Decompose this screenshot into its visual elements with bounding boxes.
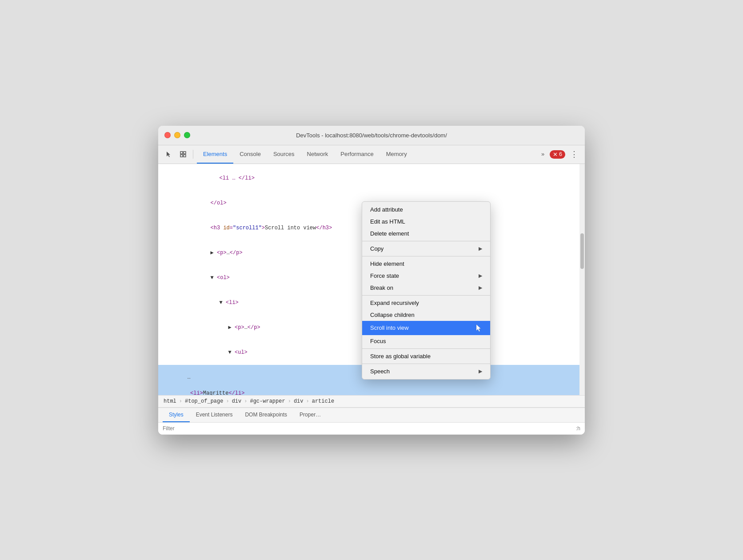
cursor-tool-icon[interactable] [163, 148, 175, 160]
menu-item-copy[interactable]: Copy ▶ [362, 243, 490, 255]
menu-item-hide-element[interactable]: Hide element [362, 258, 490, 270]
tab-console[interactable]: Console [233, 145, 267, 164]
filter-input[interactable] [163, 425, 573, 432]
menu-separator [362, 348, 490, 349]
filter-bar: :h [158, 423, 585, 435]
menu-separator [362, 241, 490, 241]
devtools-window: DevTools - localhost:8080/web/tools/chro… [158, 126, 585, 435]
traffic-lights [164, 132, 190, 138]
tab-performance[interactable]: Performance [334, 145, 379, 164]
minimize-button[interactable] [174, 132, 180, 138]
menu-separator [362, 256, 490, 256]
dots-indicator: … [188, 374, 191, 380]
submenu-arrow-icon: ▶ [479, 246, 482, 252]
menu-item-edit-html[interactable]: Edit as HTML [362, 216, 490, 228]
breadcrumb-item[interactable]: article [312, 398, 334, 404]
kebab-menu-button[interactable]: ⋮ [568, 148, 580, 160]
svg-rect-2 [180, 155, 183, 157]
submenu-arrow-icon: ▶ [479, 368, 482, 374]
toolbar-right: » ✕ 6 ⋮ [539, 145, 580, 164]
menu-item-break-on[interactable]: Break on ▶ [362, 282, 490, 294]
filter-hint: :h [576, 425, 580, 432]
bottom-panel: Styles Event Listeners DOM Breakpoints P… [158, 408, 585, 435]
more-tabs-button[interactable]: » [539, 145, 547, 164]
tab-sources[interactable]: Sources [267, 145, 301, 164]
tab-event-listeners[interactable]: Event Listeners [190, 408, 239, 422]
tab-network[interactable]: Network [301, 145, 335, 164]
maximize-button[interactable] [184, 132, 190, 138]
inspector-icon[interactable] [177, 148, 189, 160]
breadcrumb-item[interactable]: #gc-wrapper [250, 398, 285, 404]
breadcrumb-item[interactable]: html [164, 398, 176, 404]
menu-item-expand-recursively[interactable]: Expand recursively [362, 297, 490, 309]
submenu-arrow-icon: ▶ [479, 285, 482, 291]
error-icon: ✕ [553, 151, 558, 158]
window-title: DevTools - localhost:8080/web/tools/chro… [296, 132, 447, 139]
tab-styles[interactable]: Styles [163, 408, 190, 422]
menu-item-collapse-children[interactable]: Collapse children [362, 309, 490, 321]
bottom-tab-bar: Styles Event Listeners DOM Breakpoints P… [158, 408, 585, 423]
menu-item-speech[interactable]: Speech ▶ [362, 365, 490, 377]
tab-elements[interactable]: Elements [197, 145, 233, 164]
dom-line: <li … </li> [158, 166, 585, 191]
tab-properties[interactable]: Proper… [293, 408, 327, 422]
menu-separator [362, 295, 490, 296]
scrollbar[interactable] [579, 164, 585, 395]
toolbar: Elements Console Sources Network Perform… [158, 145, 585, 164]
scrollbar-thumb[interactable] [580, 233, 584, 269]
context-menu: Add attribute Edit as HTML Delete elemen… [362, 201, 491, 380]
menu-item-store-global[interactable]: Store as global variable [362, 350, 490, 362]
svg-rect-0 [180, 152, 183, 154]
tab-dom-breakpoints[interactable]: DOM Breakpoints [239, 408, 293, 422]
menu-item-force-state[interactable]: Force state ▶ [362, 270, 490, 282]
titlebar: DevTools - localhost:8080/web/tools/chro… [158, 126, 585, 145]
cursor-icon [475, 324, 482, 332]
breadcrumb-item[interactable]: div [232, 398, 242, 404]
close-button[interactable] [164, 132, 171, 138]
svg-rect-1 [184, 152, 186, 154]
tab-memory[interactable]: Memory [380, 145, 413, 164]
breadcrumb-item[interactable]: div [294, 398, 304, 404]
submenu-arrow-icon: ▶ [479, 273, 482, 279]
menu-item-delete-element[interactable]: Delete element [362, 228, 490, 240]
error-count-badge[interactable]: ✕ 6 [550, 150, 565, 159]
menu-item-focus[interactable]: Focus [362, 335, 490, 347]
separator [193, 150, 193, 159]
svg-rect-3 [184, 155, 186, 157]
menu-item-scroll-into-view[interactable]: Scroll into view [362, 321, 490, 335]
breadcrumb-item[interactable]: #top_of_page [185, 398, 223, 404]
menu-item-add-attribute[interactable]: Add attribute [362, 204, 490, 216]
breadcrumb-bar: html › #top_of_page › div › #gc-wrapper … [158, 395, 585, 408]
menu-separator [362, 364, 490, 364]
tab-bar: Elements Console Sources Network Perform… [197, 145, 537, 164]
